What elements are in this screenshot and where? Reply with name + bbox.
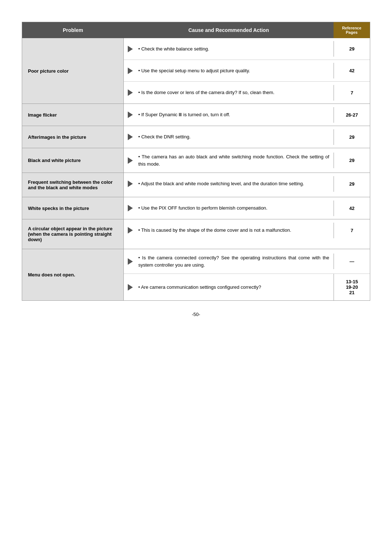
- problem-cell: Menu does not open.: [22, 249, 124, 300]
- table-row: White specks in the picture• Use the PIX…: [22, 197, 370, 219]
- arrow-cell: [124, 42, 137, 56]
- cause-text: • Use the special setup menu to adjust p…: [137, 62, 334, 80]
- problem-cell: Poor picture color: [22, 38, 124, 104]
- cause-row: • If Super Dynamic Ⅲ is turned on, turn …: [124, 104, 370, 126]
- cause-text: • Adjust the black and white mode switch…: [137, 175, 334, 193]
- cause-text: • Use the PIX OFF function to perform bl…: [137, 199, 334, 217]
- arrow-cell: [124, 108, 137, 122]
- problem-cell: Frequent switching between the color and…: [22, 173, 124, 197]
- table-row: A circular object appear in the picture …: [22, 219, 370, 249]
- ref-cell: —: [334, 254, 370, 269]
- table-row: Black and white picture• The camera has …: [22, 148, 370, 173]
- cause-row: • Is the dome cover or lens of the camer…: [124, 82, 370, 104]
- problem-cell: Afterimages in the picture: [22, 126, 124, 148]
- arrow-icon: [128, 68, 133, 74]
- cause-row: • Check the white balance setting.29: [124, 38, 370, 60]
- arrow-cell: [124, 86, 137, 100]
- arrow-cell: [124, 177, 137, 191]
- arrow-icon: [128, 227, 133, 234]
- table-row: Poor picture color• Check the white bala…: [22, 38, 370, 104]
- ref-cell: 13-15 19-20 21: [334, 274, 370, 300]
- arrow-icon: [128, 157, 133, 164]
- problem-cell: Black and white picture: [22, 148, 124, 173]
- cause-row: • Use the PIX OFF function to perform bl…: [124, 197, 370, 219]
- arrow-cell: [124, 280, 137, 294]
- cause-row: • This is caused by the shape of the dom…: [124, 219, 370, 241]
- arrow-cell: [124, 201, 137, 215]
- ref-cell: 26-27: [334, 107, 370, 123]
- arrow-icon: [128, 89, 133, 96]
- arrow-icon: [128, 205, 133, 211]
- header-cause: Cause and Recommended Action: [124, 22, 334, 38]
- arrow-cell: [124, 130, 137, 144]
- cause-text: • Check the white balance setting.: [137, 40, 334, 58]
- table-row: Afterimages in the picture• Check the DN…: [22, 126, 370, 148]
- table-row: Menu does not open.• Is the camera conne…: [22, 249, 370, 300]
- table-row: Image flicker• If Super Dynamic Ⅲ is tur…: [22, 104, 370, 126]
- cause-text: • Are camera communication settings conf…: [137, 279, 334, 296]
- cause-text: • This is caused by the shape of the dom…: [137, 222, 334, 239]
- ref-cell: 7: [334, 223, 370, 238]
- arrow-cell: [124, 223, 137, 237]
- problem-cell: Image flicker: [22, 104, 124, 126]
- cause-text: • If Super Dynamic Ⅲ is turned on, turn …: [137, 106, 334, 123]
- arrow-icon: [128, 46, 133, 52]
- table-header: Problem Cause and Recommended Action Ref…: [22, 22, 370, 38]
- table-body: Poor picture color• Check the white bala…: [22, 38, 370, 300]
- arrow-icon: [128, 134, 133, 140]
- ref-cell: 29: [334, 176, 370, 192]
- arrow-cell: [124, 64, 137, 78]
- cause-text: • The camera has an auto black and white…: [137, 148, 334, 173]
- header-problem: Problem: [22, 22, 124, 38]
- arrow-icon: [128, 284, 133, 291]
- cause-row: • The camera has an auto black and white…: [124, 148, 370, 173]
- problem-cell: White specks in the picture: [22, 197, 124, 219]
- cause-row: • Check the DNR setting.29: [124, 126, 370, 148]
- cause-row: • Is the camera connected correctly? See…: [124, 249, 370, 274]
- ref-cell: 29: [334, 153, 370, 168]
- header-ref: Reference Pages: [334, 22, 370, 38]
- problem-cell: A circular object appear in the picture …: [22, 219, 124, 249]
- ref-cell: 42: [334, 63, 370, 78]
- cause-text: • Is the dome cover or lens of the camer…: [137, 84, 334, 101]
- ref-cell: 29: [334, 129, 370, 145]
- cause-text: • Is the camera connected correctly? See…: [137, 249, 334, 274]
- ref-cell: 7: [334, 85, 370, 101]
- cause-row: • Adjust the black and white mode switch…: [124, 173, 370, 195]
- ref-cell: 29: [334, 41, 370, 57]
- page-number: -50-: [22, 312, 370, 317]
- arrow-icon: [128, 181, 133, 187]
- ref-cell: 42: [334, 200, 370, 216]
- cause-row: • Are camera communication settings conf…: [124, 274, 370, 300]
- table-row: Frequent switching between the color and…: [22, 173, 370, 197]
- arrow-cell: [124, 255, 137, 268]
- arrow-icon: [128, 258, 133, 265]
- cause-row: • Use the special setup menu to adjust p…: [124, 60, 370, 82]
- arrow-cell: [124, 154, 137, 167]
- cause-text: • Check the DNR setting.: [137, 128, 334, 146]
- arrow-icon: [128, 112, 133, 118]
